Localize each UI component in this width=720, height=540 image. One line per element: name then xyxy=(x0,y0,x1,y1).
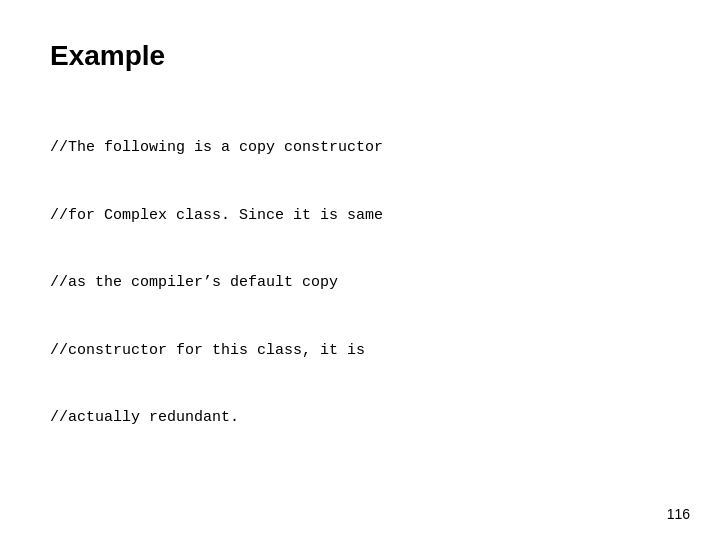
comment-line-5: //actually redundant. xyxy=(50,407,670,430)
comment-line-4: //constructor for this class, it is xyxy=(50,340,670,363)
comment-line-2: //for Complex class. Since it is same xyxy=(50,205,670,228)
page-number: 116 xyxy=(667,506,690,522)
comment-line-3: //as the compiler’s default copy xyxy=(50,272,670,295)
slide-container: Example //The following is a copy constr… xyxy=(0,0,720,540)
comment-block: //The following is a copy constructor //… xyxy=(50,92,670,475)
code-block: Complex::Complex(const Complex & C ) { r… xyxy=(50,495,670,541)
slide-title: Example xyxy=(50,40,670,72)
comment-line-1: //The following is a copy constructor xyxy=(50,137,670,160)
